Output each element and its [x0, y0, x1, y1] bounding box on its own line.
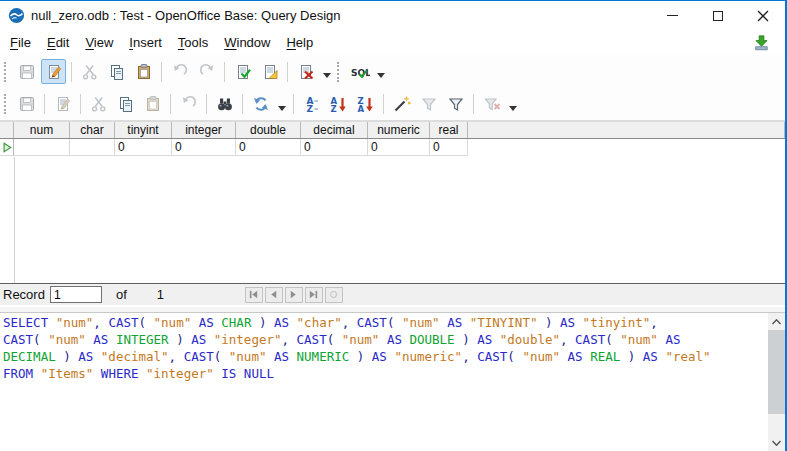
svg-text:Z: Z	[306, 104, 313, 114]
maximize-button[interactable]	[695, 1, 740, 30]
column-header-char[interactable]: char	[70, 122, 115, 138]
sort-descending-icon[interactable]: ZA	[353, 92, 378, 117]
find-record-icon[interactable]	[212, 92, 237, 117]
toolbar-table-data: AZAZZA	[0, 88, 785, 120]
toolbar-separator	[287, 62, 288, 82]
record-of-label: of	[116, 287, 127, 302]
close-button[interactable]	[740, 1, 785, 30]
toolbar-separator	[242, 94, 243, 114]
cell-decimal[interactable]: 0	[301, 139, 368, 156]
minimize-button[interactable]	[650, 1, 695, 30]
refresh-icon[interactable]	[248, 92, 273, 117]
column-header-numeric[interactable]: numeric	[368, 122, 430, 138]
sql-editor[interactable]: SELECT "num", CAST( "num" AS CHAR ) AS "…	[0, 313, 785, 382]
scrollbar-thumb[interactable]	[768, 330, 785, 414]
save-record-icon[interactable]	[14, 92, 39, 117]
openoffice-logo-icon	[8, 7, 25, 24]
record-nav-buttons	[245, 287, 345, 303]
menu-items: FileEditViewInsertToolsWindowHelp	[0, 30, 321, 55]
menu-item-window[interactable]: Window	[216, 30, 278, 55]
toolbar-separator	[170, 94, 171, 114]
sql-panel: SELECT "num", CAST( "num" AS CHAR ) AS "…	[0, 313, 785, 451]
last-record-button[interactable]	[305, 287, 323, 303]
refresh-dropdown[interactable]	[275, 92, 288, 117]
column-header-decimal[interactable]: decimal	[301, 122, 368, 138]
copy-icon[interactable]	[104, 59, 129, 84]
sql-view-icon[interactable]: SQL	[347, 59, 372, 84]
cell-integer[interactable]: 0	[172, 139, 236, 156]
menu-item-file[interactable]: File	[2, 30, 39, 55]
next-record-button[interactable]	[285, 287, 303, 303]
toolbar-grip[interactable]	[337, 62, 342, 82]
record-number-input[interactable]	[50, 286, 102, 303]
sort-icon[interactable]: AZ	[299, 92, 324, 117]
toolbar-query-design: SQL	[0, 55, 785, 88]
cell-double[interactable]: 0	[236, 139, 301, 156]
column-header-integer[interactable]: integer	[172, 122, 236, 138]
remove-filter-sort-icon[interactable]	[479, 92, 504, 117]
new-record-button[interactable]	[325, 287, 343, 303]
toolbar-separator	[383, 94, 384, 114]
menu-item-edit[interactable]: Edit	[39, 30, 77, 55]
remove-query-icon[interactable]	[293, 59, 318, 84]
record-navigation-bar: Record of 1	[0, 283, 785, 305]
menu-item-tools[interactable]: Tools	[170, 30, 216, 55]
scroll-up-button[interactable]	[768, 313, 785, 330]
paste-icon[interactable]	[131, 59, 156, 84]
toolbar-separator	[206, 94, 207, 114]
cell-num[interactable]	[14, 139, 70, 156]
column-header-empty	[468, 122, 785, 138]
scroll-down-button[interactable]	[768, 434, 785, 451]
menu-item-insert[interactable]: Insert	[121, 30, 170, 55]
menu-item-view[interactable]: View	[77, 30, 121, 55]
sql-line: FROM "Items" WHERE "integer" IS NULL	[3, 365, 765, 382]
prev-record-button[interactable]	[265, 287, 283, 303]
toolbar-separator	[224, 62, 225, 82]
toolbar-separator	[161, 62, 162, 82]
cell-real[interactable]: 0	[430, 139, 468, 156]
grid-corner[interactable]	[0, 122, 14, 138]
grid-rows: 000000	[0, 139, 785, 156]
toolbar-separator	[473, 94, 474, 114]
query-options-dropdown[interactable]	[320, 59, 333, 84]
sql-toolbar-dropdown[interactable]	[374, 59, 387, 84]
column-header-double[interactable]: double	[236, 122, 301, 138]
menu-item-help[interactable]: Help	[278, 30, 321, 55]
autofilter-icon[interactable]	[389, 92, 414, 117]
cell-numeric[interactable]: 0	[368, 139, 430, 156]
window-title: null_zero.odb : Test - OpenOffice Base: …	[31, 8, 341, 23]
cell-tinyint[interactable]: 0	[115, 139, 172, 156]
sql-scrollbar[interactable]	[768, 313, 785, 451]
close-icon	[757, 10, 769, 22]
download-update-icon[interactable]	[752, 33, 771, 56]
cut-icon[interactable]	[77, 59, 102, 84]
current-row-indicator[interactable]	[0, 139, 14, 156]
save-icon[interactable]	[14, 59, 39, 84]
svg-text:A: A	[357, 104, 364, 114]
sql-line: DECIMAL ) AS "decimal", CAST( "num" AS N…	[3, 348, 765, 365]
column-header-num[interactable]: num	[14, 122, 70, 138]
toolbar-grip[interactable]	[4, 62, 9, 82]
undo-icon[interactable]	[176, 92, 201, 117]
cut-icon[interactable]	[86, 92, 111, 117]
table-toolbar-overflow-dropdown[interactable]	[506, 92, 519, 117]
clear-query-icon[interactable]	[257, 59, 282, 84]
standard-filter-icon[interactable]	[443, 92, 468, 117]
copy-icon[interactable]	[113, 92, 138, 117]
edit-data-icon[interactable]	[50, 92, 75, 117]
redo-icon[interactable]	[194, 59, 219, 84]
run-query-icon[interactable]	[230, 59, 255, 84]
paste-icon[interactable]	[140, 92, 165, 117]
table-row: 000000	[0, 139, 785, 156]
edit-icon[interactable]	[41, 59, 66, 84]
undo-icon[interactable]	[167, 59, 192, 84]
toolbar-separator	[44, 94, 45, 114]
cell-char[interactable]	[70, 139, 115, 156]
panel-splitter[interactable]	[0, 305, 785, 313]
first-record-button[interactable]	[245, 287, 263, 303]
column-header-real[interactable]: real	[430, 122, 468, 138]
sort-ascending-icon[interactable]: AZ	[326, 92, 351, 117]
apply-filter-icon[interactable]	[416, 92, 441, 117]
column-header-tinyint[interactable]: tinyint	[115, 122, 172, 138]
toolbar-grip[interactable]	[4, 94, 9, 114]
